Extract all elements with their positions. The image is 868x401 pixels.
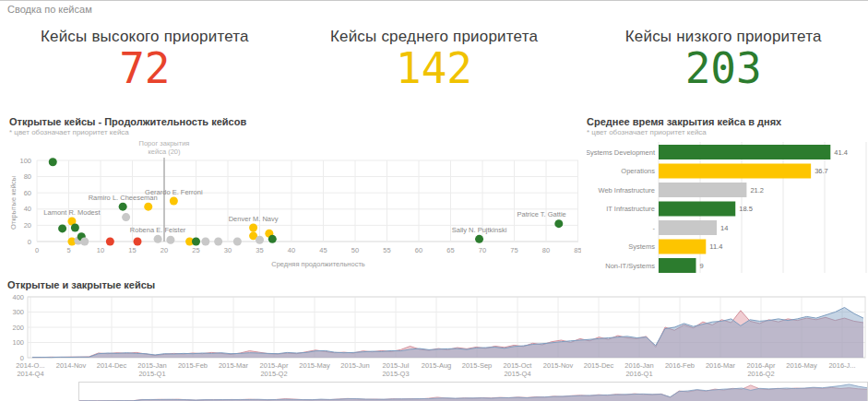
month-tick-label: 2015-Feb	[178, 361, 208, 370]
bar-value-label: 41.4	[834, 148, 848, 157]
axis-tick-label: 0	[28, 238, 31, 246]
scatter-point[interactable]	[170, 197, 178, 206]
bar-value-label: 21.2	[750, 186, 764, 195]
threshold-label: Порог закрытия	[139, 139, 190, 147]
month-tick-label: 2015-Jun	[340, 361, 369, 370]
month-tick-label: 2015-Sep	[462, 361, 493, 370]
bar-plot[interactable]: Systems Development41.4Operations36.7Web…	[587, 138, 868, 281]
month-tick-label: 2015-Jul	[383, 361, 410, 370]
quarter-tick-label: 2016-Q2	[747, 370, 774, 378]
scatter-point[interactable]	[554, 219, 563, 228]
quarter-tick-label: 2015-Q4	[504, 370, 530, 378]
axis-tick-label: 0	[35, 246, 39, 254]
axis-tick-label: 200	[12, 324, 24, 332]
axis-tick-label: 400	[12, 293, 24, 301]
bar[interactable]	[659, 220, 717, 235]
scatter-point[interactable]	[80, 238, 89, 246]
bar-value-label: 36.7	[814, 167, 828, 175]
scatter-point-label: Denver M. Navy	[229, 215, 279, 223]
kpi-medium-priority-value: 142	[290, 46, 579, 90]
sheet-title[interactable]: Сводка по кейсам	[7, 4, 92, 15]
scatter-point-label: Patrice T. Gattie	[517, 210, 566, 218]
axis-tick-label: 70	[479, 246, 486, 254]
quarter-tick-label: 2015-Q3	[382, 370, 409, 378]
axis-tick-label: 20	[24, 221, 31, 230]
kpi-medium-priority: Кейсы среднего приоритета 142	[290, 28, 579, 90]
scatter-point[interactable]	[214, 238, 222, 246]
axis-tick-label: 100	[12, 338, 24, 347]
scatter-point[interactable]	[71, 224, 79, 232]
axis-tick-label: 60	[415, 246, 422, 254]
scatter-point[interactable]	[249, 224, 257, 232]
kpi-high-priority-value: 72	[0, 46, 290, 90]
scatter-point[interactable]	[256, 236, 264, 244]
scatter-point[interactable]	[201, 238, 209, 246]
bar-category-label: Non-IT/Systems	[605, 262, 655, 270]
axis-tick-label: 100	[19, 157, 31, 165]
scatter-point[interactable]	[192, 238, 200, 246]
scatter-point[interactable]	[58, 224, 66, 232]
month-tick-label: 2014-O...	[16, 361, 44, 370]
kpi-low-priority-value: 203	[578, 46, 868, 90]
scatter-point[interactable]	[122, 213, 130, 221]
month-tick-label: 2015-Jan	[137, 361, 166, 370]
scatter-point[interactable]	[49, 158, 57, 166]
scatter-plot[interactable]: 0204060801000510152025303540455055606570…	[9, 138, 581, 281]
month-tick-label: 2016-Feb	[665, 361, 695, 370]
axis-tick-label: 85	[574, 246, 581, 254]
month-tick-label: 2015-May	[299, 361, 330, 370]
time-navigator-minichart[interactable]	[79, 383, 867, 401]
quarter-tick-label: 2014-Q4	[17, 370, 43, 378]
scatter-point[interactable]	[134, 238, 142, 246]
scatter-point[interactable]	[154, 235, 162, 243]
scatter-chart-title: Открытые кейсы - Продолжительность кейсо…	[9, 116, 583, 127]
scatter-point[interactable]	[166, 236, 174, 244]
axis-tick-label: 60	[24, 189, 31, 197]
quarter-tick-label: 2015-Q1	[138, 370, 165, 378]
scatter-chart-card: Открытые кейсы - Продолжительность кейсо…	[9, 116, 583, 281]
month-tick-label: 2016-Jan	[624, 361, 653, 370]
axis-tick-label: 50	[351, 246, 359, 254]
month-tick-label: 2015-Nov	[543, 361, 574, 370]
scatter-point[interactable]	[106, 238, 114, 246]
quarter-tick-label: 2016-Q1	[625, 370, 652, 378]
bar[interactable]	[659, 183, 746, 197]
scatter-point-label: Sally N. Pujtkinski	[452, 226, 507, 234]
bar[interactable]	[659, 164, 811, 179]
bar-category-label: -	[653, 224, 656, 232]
time-navigator[interactable]	[78, 382, 868, 401]
scatter-point[interactable]	[475, 235, 483, 243]
axis-tick-label: 20	[161, 246, 168, 254]
axis-tick-label: 40	[24, 205, 31, 213]
month-tick-label: 2015-Dec	[584, 361, 614, 370]
kpi-row: Кейсы высокого приоритета 72 Кейсы средн…	[0, 28, 868, 90]
scatter-point[interactable]	[233, 238, 242, 246]
month-tick-label: 2015-Oct	[504, 361, 533, 370]
axis-tick-label: 10	[97, 246, 104, 254]
bar-category-label: Operations	[621, 167, 655, 175]
scatter-point-label: Robena E. Feister	[130, 226, 186, 234]
scatter-point[interactable]	[119, 203, 127, 211]
timeline-chart-title: Открытые и закрытые кейсы	[7, 279, 868, 290]
axis-tick-label: 80	[542, 246, 550, 254]
timeline-plot[interactable]: 01002003004002014-O...2014-Nov2014-Dec20…	[7, 292, 868, 381]
axis-tick-label: 80	[24, 172, 31, 181]
month-tick-label: 2015-Aug	[422, 361, 452, 370]
bar[interactable]	[659, 258, 696, 273]
axis-tick-label: 5	[66, 246, 70, 254]
bar-category-label: IT Infrastructure	[606, 205, 655, 213]
x-axis-title: Средняя продолжительность	[271, 260, 365, 268]
axis-tick-label: 55	[383, 246, 390, 254]
axis-tick-label: 40	[288, 246, 295, 254]
bar-value-label: 11.4	[709, 242, 722, 251]
scatter-point[interactable]	[268, 235, 277, 243]
scatter-point[interactable]	[144, 203, 152, 211]
threshold-label: кейса (20)	[148, 147, 181, 156]
axis-tick-label: 30	[224, 246, 232, 254]
axis-tick-label: 25	[192, 246, 199, 254]
bar[interactable]	[659, 240, 706, 254]
bar[interactable]	[659, 145, 830, 159]
bar-value-label: 18.5	[739, 205, 753, 213]
sheet-title-bar: Сводка по кейсам	[0, 0, 868, 17]
bar[interactable]	[659, 202, 735, 217]
